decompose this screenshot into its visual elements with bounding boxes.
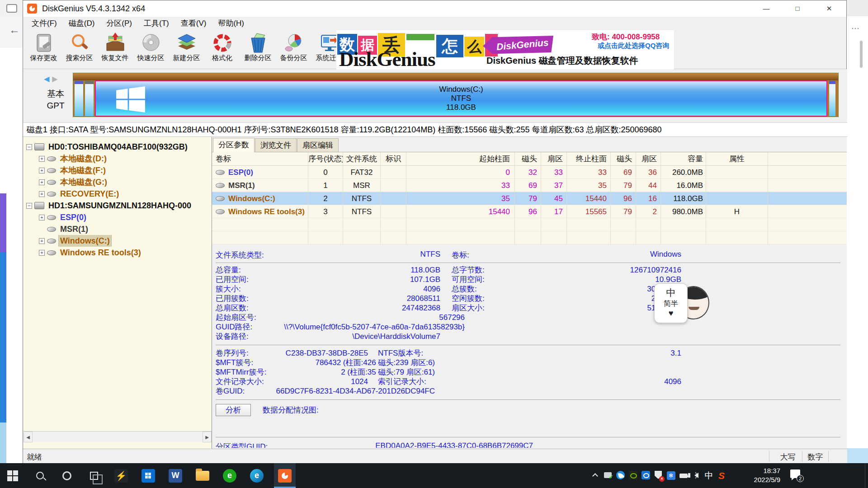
col-header[interactable]: 磁头 <box>515 152 541 165</box>
menu-item[interactable]: 帮助(H) <box>212 17 250 30</box>
next-disk-arrow-icon[interactable]: ▶ <box>52 75 57 83</box>
taskbar-app-edge[interactable]: e <box>246 463 268 488</box>
tree-item[interactable]: HD0:TOSHIBAMQ04ABF100(932GB) <box>24 141 212 153</box>
tree-item[interactable]: 本地磁盘(G:) <box>24 176 212 188</box>
back-arrow-icon[interactable]: ← <box>9 23 20 36</box>
minimize-button[interactable]: — <box>756 0 777 17</box>
tree-item[interactable]: 本地磁盘(D:) <box>24 153 212 164</box>
tree-expander-icon[interactable] <box>39 238 45 244</box>
col-header[interactable]: 磁头 <box>611 152 636 165</box>
start-button[interactable] <box>2 463 24 488</box>
tree-expander-icon[interactable] <box>26 144 32 150</box>
menu-item[interactable]: 工具(T) <box>138 17 175 30</box>
sogou-tray-icon[interactable]: S <box>715 470 728 481</box>
tree-expander-icon[interactable] <box>39 179 45 185</box>
partition-block-winre[interactable] <box>829 80 836 117</box>
tree-expander-icon[interactable] <box>39 156 45 162</box>
security-shield-tray-icon[interactable] <box>652 471 665 480</box>
col-header[interactable]: 标识 <box>381 152 406 165</box>
quick-partition-button[interactable]: 快速分区 <box>133 32 169 68</box>
scroll-right-arrow[interactable]: ▶ <box>203 432 212 442</box>
intel-tray-icon[interactable] <box>639 471 652 481</box>
format-button[interactable]: 格式化 <box>204 32 240 68</box>
col-header[interactable]: 卷标 <box>212 152 308 165</box>
action-center-button[interactable]: 2 <box>790 469 802 480</box>
ad-ribbon: DiskGenius <box>483 36 553 55</box>
tree-expander-icon[interactable] <box>39 215 45 221</box>
menu-item[interactable]: 文件(F) <box>26 17 63 30</box>
tab-partition-params[interactable]: 分区参数 <box>213 138 255 153</box>
backup-partition-button[interactable]: 备份分区 <box>276 32 311 68</box>
taskbar-clock[interactable]: 18:37 2022/5/9 <box>747 466 780 484</box>
menu-item[interactable]: 查看(V) <box>175 17 212 30</box>
taskbar-app-store[interactable] <box>137 463 159 488</box>
taskbar-app-bolt[interactable]: ⚡ <box>110 463 132 488</box>
tab-browse-files[interactable]: 浏览文件 <box>255 138 297 152</box>
taskbar-app-browser-green[interactable]: e <box>219 463 241 488</box>
scrollbar-thumb[interactable] <box>860 41 863 68</box>
col-header[interactable]: 序号(状态) <box>308 152 343 165</box>
analyze-button[interactable]: 分析 <box>216 404 251 416</box>
detail-line: 文件记录大小: 1024 索引记录大小: 4096 <box>216 377 681 386</box>
tree-expander-icon[interactable] <box>39 250 45 256</box>
taskbar-app-word[interactable]: W <box>165 463 186 488</box>
search-partition-button[interactable]: 搜索分区 <box>61 32 97 68</box>
save-changes-button[interactable]: 保存更改 <box>26 32 61 68</box>
col-header[interactable]: 属性 <box>706 152 768 165</box>
volume-tray-icon[interactable] <box>690 472 703 479</box>
tree-expander-icon[interactable] <box>39 191 45 197</box>
ad-qq-link[interactable]: 或点击此处选择QQ咨询 <box>598 42 669 50</box>
partition-fs: NTFS <box>96 94 826 103</box>
tree-expander-icon[interactable] <box>26 203 32 209</box>
menu-item[interactable]: 分区(P) <box>100 17 138 30</box>
tab-sector-edit[interactable]: 扇区编辑 <box>297 138 339 152</box>
task-view-button[interactable] <box>83 463 105 488</box>
table-row[interactable]: Windows(C:) 2 NTFS 35 79 45 15440 96 16 … <box>212 192 847 205</box>
delete-partition-button[interactable]: 删除分区 <box>240 32 276 68</box>
snowflake-tray-icon[interactable]: ❄ <box>665 471 677 480</box>
tree-item[interactable]: ESP(0) <box>24 211 212 223</box>
ad-banner[interactable]: 数 据 丢 怎 么 ! DiskGenius DiskGenius DiskGe… <box>336 30 674 69</box>
nvidia-tray-icon[interactable] <box>627 471 639 481</box>
cortana-button[interactable] <box>56 463 78 488</box>
bird-app-tray-icon[interactable] <box>614 471 627 481</box>
partition-block-msr[interactable] <box>85 80 94 117</box>
menu-item[interactable]: 磁盘(D) <box>63 17 101 30</box>
table-row[interactable]: Windows RE tools(3) 3 NTFS 15440 96 17 1… <box>212 205 847 218</box>
taskbar-search-button[interactable] <box>29 463 51 488</box>
col-header[interactable]: 终止柱面 <box>567 152 611 165</box>
table-row[interactable]: ESP(0) 0 FAT32 0 32 33 33 69 36 260.0MB <box>212 166 847 179</box>
overflow-menu-icon[interactable]: ⋯ <box>851 23 860 33</box>
partition-block-esp[interactable] <box>74 80 84 117</box>
new-partition-button[interactable]: 新建分区 <box>169 32 204 68</box>
printer-tray-icon[interactable] <box>601 472 614 479</box>
tree-item[interactable]: Windows RE tools(3) <box>24 247 212 258</box>
ime-indicator[interactable]: 中 <box>703 470 715 482</box>
close-button[interactable]: ✕ <box>819 0 840 17</box>
show-desktop-button[interactable] <box>865 463 868 488</box>
taskbar-app-explorer[interactable] <box>192 463 213 488</box>
tray-expand-chevron[interactable] <box>589 472 601 479</box>
prev-disk-arrow-icon[interactable]: ◀ <box>44 75 49 83</box>
tree-item[interactable]: HD1:SAMSUNGMZNLN128HAHQ-000 <box>24 200 212 211</box>
tab-bar: 分区参数 浏览文件 扇区编辑 <box>212 137 847 152</box>
partition-block-windows-c[interactable]: Windows(C:) NTFS 118.0GB <box>95 80 827 117</box>
recover-files-button[interactable]: 恢复文件 <box>97 32 133 68</box>
col-header[interactable]: 起始柱面 <box>406 152 515 165</box>
tree-horizontal-scrollbar[interactable]: ◀ ▶ <box>24 431 212 442</box>
tree-item[interactable]: 本地磁盘(F:) <box>24 164 212 176</box>
table-row[interactable]: MSR(1) 1 MSR 33 69 37 35 79 44 16.0MB <box>212 179 847 192</box>
ime-float-widget[interactable]: 中 简半 ♥ <box>654 283 688 323</box>
col-header[interactable]: 扇区 <box>541 152 567 165</box>
col-header[interactable]: 容量 <box>661 152 706 165</box>
taskbar-app-diskgenius-active[interactable] <box>274 463 296 488</box>
col-header[interactable]: 文件系统 <box>343 152 381 165</box>
scroll-left-arrow[interactable]: ◀ <box>24 432 33 442</box>
col-header[interactable]: 扇区 <box>636 152 661 165</box>
maximize-button[interactable]: □ <box>787 0 808 17</box>
backup-partition-icon <box>283 33 304 53</box>
tree-item[interactable]: Windows(C:) <box>24 235 212 247</box>
tree-item[interactable]: RECOVERY(E:) <box>24 188 212 200</box>
tree-item[interactable]: MSR(1) <box>24 223 212 235</box>
tree-expander-icon[interactable] <box>39 168 45 174</box>
